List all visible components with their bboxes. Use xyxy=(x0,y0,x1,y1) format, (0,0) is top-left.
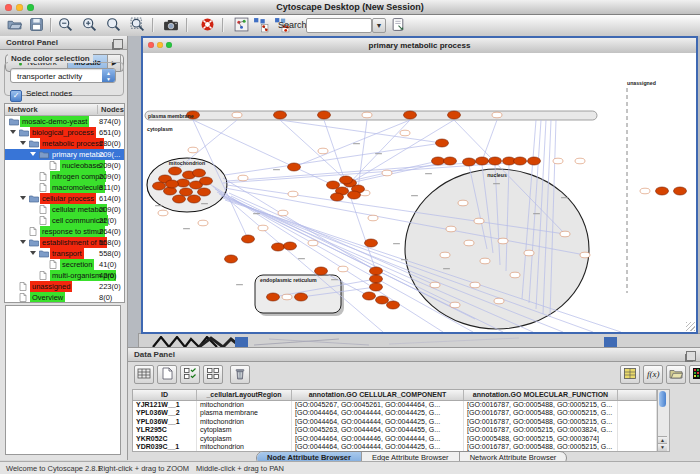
network-graph[interactable]: plasma membranecytoplasmmitochondrionnuc… xyxy=(143,53,696,332)
table-row[interactable]: YJR121W__1mitochondrion[GO:0045267, GO:0… xyxy=(133,401,657,409)
tree-row-label[interactable]: mosaic-demo-yeast xyxy=(20,116,89,127)
search-input[interactable] xyxy=(308,19,372,32)
tree-row[interactable]: secretion41(0) xyxy=(5,259,124,270)
tree-row[interactable]: metabolic process280(0) xyxy=(5,138,124,149)
edge xyxy=(482,120,497,161)
matrix-button[interactable] xyxy=(620,365,640,384)
tree-row[interactable]: nitrogen compo209(0) xyxy=(5,171,124,182)
table-column-header[interactable]: annotation.GO CELLULAR_COMPONENT xyxy=(292,390,464,400)
tree-row-label[interactable]: metabolic process xyxy=(40,138,104,149)
tree-row-label[interactable]: transport xyxy=(50,248,84,259)
node-selected-color xyxy=(674,187,687,195)
tree-row-label[interactable]: response to stimul xyxy=(40,226,105,237)
tree-expand-arrow-icon[interactable] xyxy=(30,152,36,156)
table-row[interactable]: YLR295Ccytoplasm[GO:0045263, GO:0044464,… xyxy=(133,426,657,434)
tree-row-label[interactable]: biological_process xyxy=(30,127,96,138)
tree-row[interactable]: establishment of lo558(0) xyxy=(5,237,124,248)
tree-expand-arrow-icon[interactable] xyxy=(30,251,36,255)
page-icon xyxy=(39,205,49,214)
tree-row[interactable]: biological_process651(0) xyxy=(5,127,124,138)
tree-row-label[interactable]: secretion xyxy=(60,259,94,270)
network-tree-body: mosaic-demo-yeast874(0)biological_proces… xyxy=(5,116,124,303)
open-button[interactable] xyxy=(5,17,23,34)
tree-row[interactable]: cell communicat22(0) xyxy=(5,215,124,226)
tree-expand-arrow-icon[interactable] xyxy=(10,130,16,134)
network-canvas[interactable]: plasma membranecytoplasmmitochondrionnuc… xyxy=(143,53,696,332)
search-dropdown-arrow[interactable]: ▼ xyxy=(372,18,386,33)
tree-row-label[interactable]: unassigned xyxy=(30,281,72,292)
table-row[interactable]: YKR052Ccytoplasm[GO:0044464, GO:0044446,… xyxy=(133,435,657,443)
attribute-table[interactable]: ID_cellularLayoutRegionannotation.GO CEL… xyxy=(132,389,658,452)
network-overlay-button[interactable] xyxy=(232,17,250,34)
delete-attribute-button[interactable] xyxy=(230,365,250,384)
float-panel-icon[interactable] xyxy=(113,39,123,49)
network-window-titlebar[interactable]: primary metabolic process xyxy=(143,38,696,54)
table-cell: YPL036W__1 xyxy=(133,418,197,426)
tree-row[interactable]: nucleobase-209(0) xyxy=(5,160,124,171)
node-selected-color xyxy=(272,243,285,251)
tree-row[interactable]: macromolecule311(0) xyxy=(5,182,124,193)
function-button[interactable]: f(x) xyxy=(643,365,663,384)
tree-row-label[interactable]: cellular process xyxy=(40,193,96,204)
tree-row[interactable]: cellular process614(0) xyxy=(5,193,124,204)
tree-row[interactable]: cellular metabol209(0) xyxy=(5,204,124,215)
attribute-table-scrollbar[interactable]: ▲ ▼ xyxy=(657,389,670,452)
table-cell: [GO:0045263, GO:0044464, GO:0044455, G..… xyxy=(292,426,464,434)
tree-row-label[interactable]: establishment of lo xyxy=(40,237,107,248)
create-attribute-button[interactable] xyxy=(157,365,177,384)
network-view-window[interactable]: primary metabolic process plasma membran… xyxy=(141,36,698,334)
tree-row[interactable]: Overview8(0) xyxy=(5,292,124,303)
tree-row[interactable]: multi-organism pro42(0) xyxy=(5,270,124,281)
vizmap-1-button[interactable] xyxy=(252,17,270,34)
tree-row-label[interactable]: primary metabo xyxy=(50,149,106,160)
node-selected-color xyxy=(365,239,378,247)
tree-expand-arrow-icon[interactable] xyxy=(20,141,26,145)
zoom-out-button[interactable] xyxy=(56,17,74,34)
snapshot-button[interactable] xyxy=(162,17,180,34)
tree-expand-arrow-icon[interactable] xyxy=(20,240,26,244)
resize-grip[interactable] xyxy=(686,322,695,331)
tree-row-label[interactable]: macromolecule xyxy=(50,182,105,193)
unselect-attributes-button[interactable] xyxy=(203,365,223,384)
network-tree-header[interactable]: NetworkNodes xyxy=(5,104,124,116)
zoom-in-button[interactable] xyxy=(80,17,98,34)
attribute-table-header[interactable]: ID_cellularLayoutRegionannotation.GO CEL… xyxy=(133,390,657,401)
tree-row[interactable]: mosaic-demo-yeast874(0) xyxy=(5,116,124,127)
table-cell: [GO:0016787, GO:0005488, GO:0005215, G..… xyxy=(464,418,618,426)
tree-row-node-count: 651(0) xyxy=(99,127,121,138)
heatmap-button[interactable] xyxy=(689,365,700,384)
node-color-dropdown[interactable]: transporter activity▲▼ xyxy=(10,68,116,83)
tree-row[interactable]: transport558(0) xyxy=(5,248,124,259)
zoom-selected-button[interactable] xyxy=(128,17,146,34)
select-attributes-button[interactable] xyxy=(180,365,200,384)
table-column-header[interactable] xyxy=(618,390,657,400)
select-nodes-checkbox[interactable]: ✓ xyxy=(10,90,22,102)
table-column-header[interactable]: annotation.GO MOLECULAR_FUNCTION xyxy=(464,390,618,400)
window-titlebar[interactable]: Cytoscape Desktop (New Session) xyxy=(0,0,700,15)
table-column-header[interactable]: ID xyxy=(133,390,197,400)
table-column-header[interactable]: _cellularLayoutRegion xyxy=(197,390,292,400)
table-row[interactable]: YPL036W__2plasma membrane[GO:0044464, GO… xyxy=(133,409,657,417)
float-panel-icon[interactable] xyxy=(686,351,696,361)
table-cell: YKR052C xyxy=(133,435,197,443)
help-button[interactable] xyxy=(198,17,216,34)
tree-row[interactable]: unassigned223(0) xyxy=(5,281,124,292)
import-button[interactable] xyxy=(666,365,686,384)
svg-text:f(x): f(x) xyxy=(647,369,660,379)
scrollbar-thumb[interactable] xyxy=(659,391,666,407)
zoom-fit-button[interactable] xyxy=(104,17,122,34)
tree-row-label[interactable]: Overview xyxy=(30,292,65,303)
save-button[interactable] xyxy=(27,17,45,34)
tree-row[interactable]: response to stimul264(0) xyxy=(5,226,124,237)
tree-row[interactable]: primary metabo209(... xyxy=(5,149,124,160)
scroll-down-button[interactable]: ▼ xyxy=(658,443,667,451)
status-zoom-hint: Right-click + drag to ZOOM xyxy=(98,464,189,473)
attribute-columns-button[interactable] xyxy=(134,365,154,384)
node-selected-color xyxy=(404,111,417,119)
edge xyxy=(229,193,435,285)
table-cell: [GO:0016787, GO:0005488, GO:0005215, G..… xyxy=(464,401,618,409)
search-options-button[interactable] xyxy=(389,17,407,34)
tree-row-label[interactable]: nitrogen compo xyxy=(50,171,106,182)
table-row[interactable]: YPL036W__1mitochondrion[GO:0044464, GO:0… xyxy=(133,418,657,426)
tree-expand-arrow-icon[interactable] xyxy=(20,196,26,200)
